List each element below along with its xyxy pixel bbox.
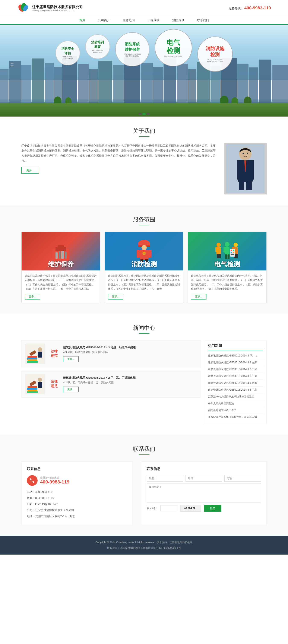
nav-services[interactable]: 服务范围 xyxy=(116,16,141,24)
svg-rect-57 xyxy=(61,251,64,259)
svg-rect-73 xyxy=(217,254,218,258)
about-image xyxy=(224,143,267,194)
hot-news-item-7[interactable]: 中华人民共和国消防法 xyxy=(208,400,263,407)
workers-icon xyxy=(213,240,241,262)
slider-dots xyxy=(138,113,150,115)
svg-rect-77 xyxy=(224,247,226,252)
services-grid: 维护保养 建筑消防系统维护保养：依据国家规范标准对建筑消防系统进行定期检查，依照… xyxy=(21,232,267,303)
svg-rect-19 xyxy=(188,69,196,103)
news-item-title-0: 建筑设计防火规范 GB50016-2014 4.3 可燃、助燃气体储罐 xyxy=(63,346,197,350)
svg-rect-90 xyxy=(230,252,232,253)
hot-news-item-6[interactable]: 江苏沸水特大爆炸事故消防法律责任追究 xyxy=(208,394,263,400)
contact-fax: 024-8801-5189 xyxy=(35,496,54,500)
service-card-maintenance: 维护保养 建筑消防系统维护保养：依据国家规范标准对建筑消防系统进行定期检查，依照… xyxy=(21,232,100,303)
nav-news[interactable]: 消防资讯 xyxy=(166,16,191,24)
svg-point-109 xyxy=(38,378,42,382)
svg-rect-64 xyxy=(148,250,152,258)
service-more-btn-1[interactable]: 更多... xyxy=(108,294,124,300)
about-more-btn[interactable]: 更多... xyxy=(21,167,39,174)
nav-projects[interactable]: 工程业绩 xyxy=(141,16,166,24)
hot-news-item-0[interactable]: 建筑设计防火规范 GB50016-2014 4 甲、... xyxy=(208,352,263,359)
contact-info-title: 联系信息 xyxy=(27,467,127,471)
hot-news-item-4[interactable]: 建筑设计防火规范 GB50016-2014 3.5 仓库 xyxy=(208,380,263,386)
hotline-number: 400-9983-119 xyxy=(244,6,271,10)
contact-phone: 400-9983-119 xyxy=(35,490,52,494)
hot-news-item-8[interactable]: 如何做好消防验收工作？ xyxy=(208,407,263,414)
news-section: 新闻中心 xyxy=(0,314,288,434)
about-text: 辽宁盛世消防技术服务有限公司是在国家消防改革《关于深化消防执法改革意见》大背景下… xyxy=(21,143,218,174)
form-feedback-input[interactable] xyxy=(147,483,261,502)
circle-facilities: 消防设施检测 DETECTION OF FIREFIGHTING FACILIT… xyxy=(198,36,233,72)
service-more-btn-0[interactable]: 更多... xyxy=(25,294,40,300)
circle-fire-safety: 消防安全评估 FIRE SAFETYASSESSMENT xyxy=(56,41,80,65)
contact-details: 电话：400-9983-119 传真：024-8801-5189 邮箱：lnss… xyxy=(27,489,127,520)
service-more-btn-2[interactable]: 更多... xyxy=(191,294,206,300)
news-title: 新闻中心 xyxy=(21,324,267,332)
news-item-sub-0: 4.3 可燃、助燃气体储罐（区）防火间距 xyxy=(63,350,197,354)
contact-company: 辽宁盛世消防技术服务有限公司 xyxy=(35,508,74,512)
law-icon-0 xyxy=(26,344,44,363)
news-more-btn-1[interactable]: 更多... xyxy=(63,386,78,392)
svg-rect-46 xyxy=(239,180,244,190)
service-desc-maintenance: 建筑消防系统维护保养：依据国家规范标准对建筑消防系统进行定期检查，依照处理落实行… xyxy=(25,274,97,291)
svg-point-50 xyxy=(242,152,244,154)
svg-text:119: 119 xyxy=(142,253,146,255)
svg-rect-88 xyxy=(230,250,232,251)
svg-rect-63 xyxy=(137,250,140,258)
svg-rect-84 xyxy=(236,247,238,252)
submit-btn[interactable]: 提交 xyxy=(204,505,222,512)
service-desc-electrical: 建筑电气检测：依据电气相关规范对建筑内电气温度、过载、过流、漏电、绝缘、接地情况… xyxy=(191,274,263,291)
svg-rect-78 xyxy=(228,247,230,252)
svg-rect-91 xyxy=(233,252,234,253)
dot-1[interactable] xyxy=(142,113,146,115)
header: 辽宁盛世消防技术服务有限公司 Liaoning Shengshi Fire Te… xyxy=(0,0,288,16)
contact-email: lnss119@163.com xyxy=(35,502,58,506)
logo-area: 辽宁盛世消防技术服务有限公司 Liaoning Shengshi Fire Te… xyxy=(17,2,83,14)
toolbox-icon xyxy=(48,240,74,262)
logo-icon xyxy=(17,2,30,14)
svg-rect-101 xyxy=(38,352,42,358)
hot-news-item-2[interactable]: 建筑设计防火规范 GB50016-2014 3.7 厂房 xyxy=(208,366,263,373)
hotline-area: 服务热线： 400-9983-119 xyxy=(229,6,271,10)
nav-home[interactable]: 首页 xyxy=(73,16,92,25)
news-more-btn-0[interactable]: 更多... xyxy=(63,356,78,362)
svg-rect-108 xyxy=(27,391,38,393)
footer: Copyright © 2014.Company name All rights… xyxy=(0,536,288,555)
hotline-label: 服务热线： xyxy=(229,6,244,10)
nav-contact[interactable]: 联系我们 xyxy=(191,16,216,24)
news-item-0: 法律规范 建筑设计防火规范 GB50016-2014 4.3 可燃、助燃气体储罐… xyxy=(21,340,200,367)
hot-news-item-9[interactable]: 央视纪录片第四集《盛和铁军》走近还宏消 xyxy=(208,414,263,420)
svg-point-100 xyxy=(38,347,42,352)
form-phone-input[interactable] xyxy=(224,475,261,482)
svg-rect-45 xyxy=(250,160,254,180)
hot-news-list: 建筑设计防火规范 GB50016-2014 4 甲、... 建筑设计防火规范 G… xyxy=(208,352,263,420)
contact-info-block: 联系信息 全国统一服务热线： 400-9983-119 电话：400-9983-… xyxy=(21,461,132,525)
svg-rect-92 xyxy=(230,254,234,255)
news-item-title-1: 建筑设计防火规范 GB50016-2014 4.2 甲、乙、丙类液体储 xyxy=(63,376,197,380)
dot-2[interactable] xyxy=(147,113,150,115)
news-item-content-0: 建筑设计防火规范 GB50016-2014 4.3 可燃、助燃气体储罐 4.3 … xyxy=(63,346,197,362)
footer-copyright: Copyright © 2014.Company name All rights… xyxy=(0,540,288,545)
circle-fire-training: 消防培训教育 FIRE TRAININGEDUCATION xyxy=(86,34,110,59)
hot-news-item-5[interactable]: 建筑设计防火规范 GB50016-2014,3.4 厂房 xyxy=(208,386,263,394)
hotline-big-number: 400-9983-119 xyxy=(40,479,70,485)
hero-circles: 消防安全评估 FIRE SAFETYASSESSMENT 消防培训教育 FIRE… xyxy=(0,28,288,72)
nav-about[interactable]: 公司简介 xyxy=(92,16,116,24)
form-name-input[interactable] xyxy=(147,475,184,482)
news-item-sub-1: 4.2 甲、乙、丙类液体储罐（区）的防火间距 xyxy=(63,381,197,384)
firefighter-icon: 119 xyxy=(134,240,155,263)
captcha-input[interactable] xyxy=(160,505,178,511)
form-email-input[interactable] xyxy=(186,475,222,482)
captcha-label: 验证码： xyxy=(147,506,158,510)
hot-news-item-3[interactable]: 建筑设计防火规范 GB50016-2014 3.6 厂房 xyxy=(208,373,263,380)
svg-rect-89 xyxy=(233,250,234,251)
contact-grid: 联系信息 全国统一服务热线： 400-9983-119 电话：400-9983-… xyxy=(21,461,267,525)
logo-en: Liaoning Shengshi Fire Technical Service… xyxy=(32,10,83,12)
svg-rect-74 xyxy=(219,254,221,258)
contact-title: 联系我们 xyxy=(21,445,267,453)
news-content: 法律规范 建筑设计防火规范 GB50016-2014 4.3 可燃、助燃气体储罐… xyxy=(21,340,267,424)
hero-banner: 消防安全评估 FIRE SAFETYASSESSMENT 消防培训教育 FIRE… xyxy=(0,25,288,116)
dot-active[interactable] xyxy=(138,113,142,115)
hot-news-item-1[interactable]: 建筑设计防火规范 GB50016-2014 3.8 仓库 xyxy=(208,359,263,366)
svg-point-51 xyxy=(247,152,248,154)
